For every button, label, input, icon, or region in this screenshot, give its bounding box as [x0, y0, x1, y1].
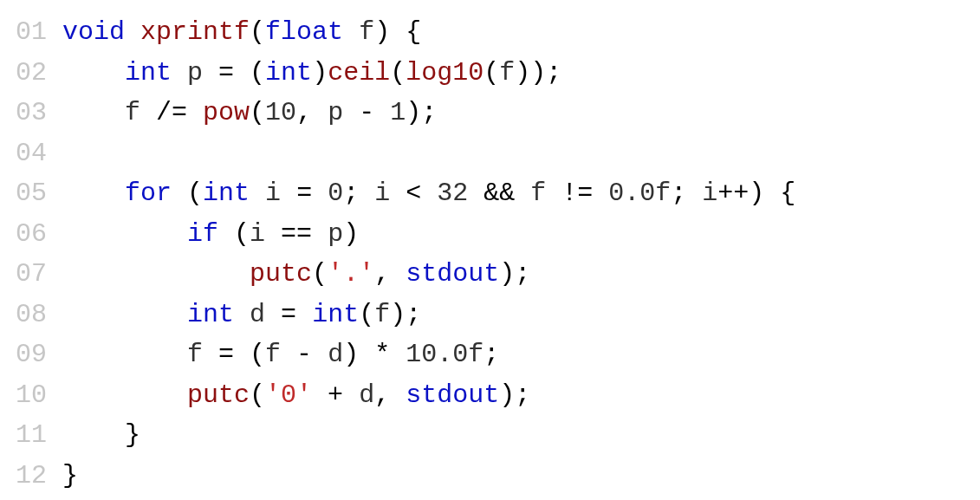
- code-token: ++) {: [717, 179, 795, 208]
- code-token: f: [125, 98, 140, 127]
- code-token: i: [250, 219, 265, 249]
- code-line: 11 }: [16, 415, 964, 456]
- code-token: );: [499, 380, 530, 410]
- line-number: 11: [16, 420, 47, 450]
- code-token: );: [499, 259, 530, 289]
- code-token: [62, 219, 187, 249]
- code-line: 01 void xprintf(float f) {: [16, 12, 964, 53]
- code-token: p: [328, 98, 343, 127]
- code-token: i: [374, 179, 390, 208]
- code-token: [125, 17, 140, 47]
- code-token: (: [390, 58, 406, 88]
- code-line: 10 putc('0' + d, stdout);: [16, 375, 964, 416]
- code-token: i: [265, 179, 281, 208]
- code-token: putc: [250, 259, 312, 289]
- code-line: 02 int p = (int)ceil(log10(f));: [16, 53, 964, 94]
- code-block: 01 void xprintf(float f) {02 int p = (in…: [0, 0, 980, 500]
- code-token: (: [250, 380, 265, 410]
- code-line: 03 f /= pow(10, p - 1);: [16, 93, 964, 133]
- code-token: f: [530, 179, 546, 208]
- code-token: [62, 179, 125, 208]
- code-token: (: [359, 300, 374, 329]
- code-token: [62, 380, 187, 410]
- code-token: p: [328, 219, 343, 249]
- code-token: ==: [265, 219, 328, 249]
- code-token: [250, 179, 265, 208]
- code-token: '0': [265, 380, 312, 410]
- code-token: [62, 300, 187, 329]
- code-token: 10.0f: [406, 340, 484, 369]
- code-token: [234, 300, 250, 329]
- code-token: -: [281, 340, 328, 369]
- line-number: 03: [16, 98, 47, 127]
- code-token: [172, 58, 187, 88]
- code-token: ;: [671, 179, 702, 208]
- code-token: f: [374, 300, 390, 329]
- code-token: f: [359, 17, 374, 47]
- code-token: [62, 340, 187, 369]
- code-token: );: [406, 98, 437, 127]
- line-number: 08: [16, 300, 47, 329]
- code-token: void: [62, 17, 125, 47]
- code-token: (: [250, 17, 265, 47]
- line-number: 10: [16, 380, 47, 410]
- code-token: -: [343, 98, 390, 127]
- code-token: ,: [374, 380, 406, 410]
- code-token: /=: [140, 98, 203, 127]
- code-token: int: [265, 58, 312, 88]
- code-token: ));: [515, 58, 561, 88]
- code-token: ;: [484, 340, 499, 369]
- code-token: float: [265, 17, 343, 47]
- code-token: 10: [265, 98, 296, 127]
- code-token: int: [312, 300, 359, 329]
- code-token: int: [203, 179, 250, 208]
- code-token: (: [172, 179, 203, 208]
- code-token: (: [250, 98, 265, 127]
- code-token: i: [702, 179, 717, 208]
- code-token: f: [265, 340, 281, 369]
- code-token: }: [62, 420, 140, 450]
- code-line: 09 f = (f - d) * 10.0f;: [16, 334, 964, 375]
- code-token: ): [343, 219, 359, 249]
- code-token: 1: [390, 98, 406, 127]
- code-token: = (: [203, 58, 265, 88]
- code-token: (: [218, 219, 250, 249]
- code-token: stdout: [406, 259, 499, 289]
- line-number: 04: [16, 139, 47, 168]
- code-token: +: [312, 380, 359, 410]
- code-token: ,: [296, 98, 328, 127]
- code-line: 07 putc('.', stdout);: [16, 254, 964, 295]
- code-token: '.': [328, 259, 374, 289]
- code-token: d: [359, 380, 374, 410]
- code-token: =: [281, 179, 328, 208]
- code-line: 06 if (i == p): [16, 214, 964, 255]
- code-line: 04: [16, 133, 964, 174]
- code-token: = (: [203, 340, 265, 369]
- code-token: =: [265, 300, 312, 329]
- code-token: );: [390, 300, 421, 329]
- code-token: 0: [328, 179, 343, 208]
- code-token: [62, 259, 250, 289]
- line-number: 09: [16, 340, 47, 369]
- code-token: int: [125, 58, 172, 88]
- code-token: if: [187, 219, 218, 249]
- code-token: ) *: [343, 340, 406, 369]
- line-number: 06: [16, 219, 47, 249]
- code-token: ;: [343, 179, 374, 208]
- code-token: 32: [437, 179, 468, 208]
- line-number: 12: [16, 461, 47, 490]
- code-token: !=: [546, 179, 608, 208]
- code-token: [62, 58, 125, 88]
- code-line: 05 for (int i = 0; i < 32 && f != 0.0f; …: [16, 173, 964, 214]
- code-token: d: [328, 340, 343, 369]
- code-token: }: [62, 461, 78, 490]
- code-line: 08 int d = int(f);: [16, 295, 964, 335]
- code-token: ceil: [328, 58, 390, 88]
- code-token: [62, 98, 125, 127]
- code-token: d: [250, 300, 265, 329]
- code-token: for: [125, 179, 172, 208]
- code-token: (: [312, 259, 328, 289]
- code-token: p: [187, 58, 203, 88]
- code-token: &&: [468, 179, 530, 208]
- code-token: f: [499, 58, 515, 88]
